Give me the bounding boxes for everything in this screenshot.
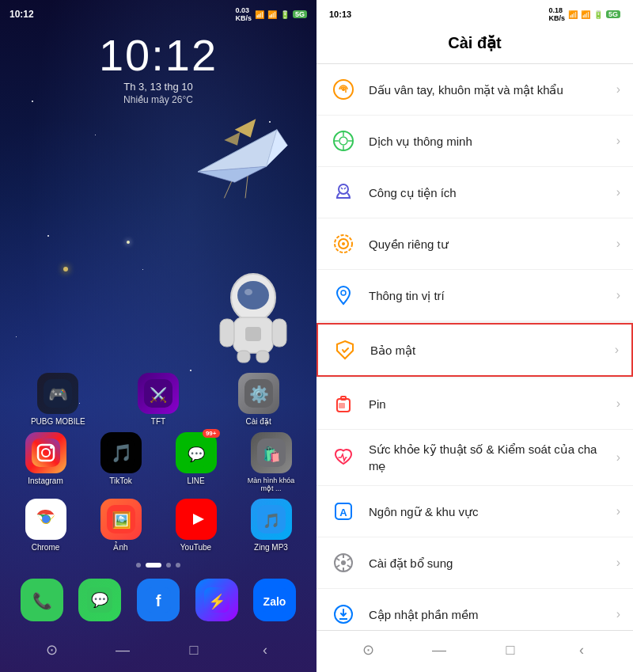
app-instagram[interactable]: Instagram (17, 432, 74, 492)
right-speed: 0.18KB/s (548, 6, 565, 22)
language-icon: A (329, 497, 358, 526)
pin-icon (329, 389, 358, 418)
privacy-icon (329, 230, 358, 258)
settings-item-smart[interactable]: Dịch vụ thông minh › (316, 116, 633, 167)
svg-text:🛍️: 🛍️ (263, 446, 281, 463)
dock-messages[interactable]: 💬 (74, 579, 125, 621)
update-chevron: › (616, 607, 620, 621)
app-settings[interactable]: ⚙️ Cài đặt (230, 373, 287, 426)
settings-item-fingerprint[interactable]: Dấu vân tay, khuôn mặt và mật khẩu › (316, 64, 633, 116)
security-chevron: › (615, 343, 619, 357)
right-panel: 10:13 0.18KB/s 📶 📶 🔋 5G Cài đặt Dấu vân … (316, 0, 633, 672)
language-text: Ngôn ngữ & khu vực (369, 503, 616, 520)
app-tft[interactable]: ⚔️ TFT (130, 373, 187, 426)
dot-3 (166, 563, 171, 568)
settings-app-icon: ⚙️ (238, 373, 279, 414)
battery-icon: 🔋 (280, 10, 290, 19)
settings-item-additional[interactable]: Cài đặt bổ sung › (316, 537, 633, 589)
svg-rect-24 (32, 439, 60, 467)
right-nav-back[interactable]: ‹ (569, 637, 594, 663)
svg-line-61 (341, 188, 343, 189)
svg-rect-16 (245, 327, 261, 341)
health-chevron: › (616, 450, 620, 465)
settings-item-pin[interactable]: Pin › (316, 378, 633, 430)
nav-circle[interactable]: ⊙ (39, 637, 64, 663)
fingerprint-icon (329, 75, 358, 104)
svg-text:🖼️: 🖼️ (111, 511, 131, 530)
app-screen-lock[interactable]: 🛍️ Màn hình khóa một ... (243, 432, 300, 492)
dot-1 (136, 563, 141, 568)
pin-chevron: › (616, 397, 620, 411)
svg-marker-67 (337, 341, 353, 359)
svg-text:⚡: ⚡ (208, 593, 226, 610)
svg-text:A: A (339, 507, 347, 518)
settings-list: Dấu vân tay, khuôn mặt và mật khẩu › Dịc… (316, 64, 633, 630)
facebook-icon: f (137, 579, 180, 621)
location-chevron: › (616, 288, 620, 302)
settings-item-location[interactable]: Thông tin vị trí › (316, 270, 633, 321)
svg-point-65 (342, 242, 345, 245)
left-status-icons: 0.03KB/s 📶 📶 🔋 5G (235, 6, 307, 22)
right-nav-circle[interactable]: ⊙ (355, 637, 381, 663)
youtube-icon (176, 499, 217, 540)
chrome-icon (25, 499, 66, 540)
health-icon (329, 443, 358, 472)
svg-rect-13 (237, 351, 250, 363)
app-chrome[interactable]: Chrome (17, 499, 74, 552)
update-icon (329, 600, 358, 628)
dock-messenger[interactable]: ⚡ (191, 579, 242, 621)
app-youtube[interactable]: YouTube (168, 499, 225, 552)
svg-point-9 (237, 281, 269, 309)
app-tiktok[interactable]: 🎵 TikTok (93, 432, 150, 492)
nav-back[interactable]: ‹ (252, 637, 278, 663)
privacy-text: Quyền riêng tư (369, 236, 616, 252)
app-photo[interactable]: 🖼️ Ảnh (93, 499, 150, 552)
settings-item-tools[interactable]: Công cụ tiện ích › (316, 167, 633, 218)
svg-point-36 (42, 515, 50, 523)
dock-facebook[interactable]: f (133, 579, 184, 621)
right-nav-square[interactable]: □ (498, 637, 523, 663)
health-text: Sức khỏe kỹ thuật số & Kiểm soát của cha… (369, 441, 616, 474)
smart-service-text: Dịch vụ thông minh (369, 133, 616, 150)
settings-item-language[interactable]: A Ngôn ngữ & khu vực › (316, 486, 633, 537)
dock-phone[interactable]: 📞 (17, 579, 67, 621)
settings-item-security[interactable]: Bảo mật › (316, 323, 633, 377)
app-zing[interactable]: 🎵 Zing MP3 (243, 499, 300, 552)
right-battery: 🔋 (593, 10, 603, 19)
privacy-chevron: › (616, 237, 620, 251)
pubg-icon: 🎮 (37, 373, 78, 414)
right-nav-home[interactable]: — (426, 637, 452, 663)
right-wifi: 📶 (568, 10, 578, 19)
tft-icon: ⚔️ (138, 373, 179, 414)
chrome-label: Chrome (32, 543, 60, 552)
pin-text: Pin (369, 396, 616, 412)
tools-icon (329, 178, 358, 207)
messages-icon: 💬 (78, 579, 121, 621)
settings-item-update[interactable]: Cập nhật phần mềm › (316, 589, 633, 630)
settings-item-privacy[interactable]: Quyền riêng tư › (316, 218, 633, 270)
right-status-bar: 10:13 0.18KB/s 📶 📶 🔋 5G (316, 0, 633, 25)
additional-chevron: › (616, 556, 620, 570)
clock-weather: Nhiều mây 26°C (0, 94, 316, 105)
signal-icon: 📶 (267, 10, 277, 19)
right-status-icons: 0.18KB/s 📶 📶 🔋 5G (548, 6, 620, 22)
svg-point-27 (50, 446, 53, 449)
app-pubg[interactable]: 🎮 PUBG MOBILE (29, 373, 86, 426)
left-status-bar: 10:12 0.03KB/s 📶 📶 🔋 5G (0, 0, 316, 25)
svg-text:🎵: 🎵 (110, 442, 132, 464)
svg-point-53 (342, 88, 345, 91)
svg-text:📞: 📞 (32, 591, 51, 610)
tiktok-label: TikTok (109, 476, 132, 485)
svg-rect-11 (220, 319, 234, 347)
tiktok-icon: 🎵 (100, 432, 142, 473)
photo-label: Ảnh (113, 543, 127, 552)
app-line[interactable]: 💬 99+ LINE (168, 432, 225, 492)
settings-item-health[interactable]: Sức khỏe kỹ thuật số & Kiểm soát của cha… (316, 430, 633, 486)
dock-zalo[interactable]: Zalo (249, 579, 300, 621)
speed-icon: 0.03KB/s (235, 6, 252, 22)
line-label: LINE (187, 476, 204, 485)
svg-text:🎵: 🎵 (263, 512, 281, 530)
right-5g-badge: 5G (606, 10, 620, 18)
nav-home[interactable]: — (110, 637, 135, 663)
nav-square[interactable]: □ (181, 637, 207, 663)
